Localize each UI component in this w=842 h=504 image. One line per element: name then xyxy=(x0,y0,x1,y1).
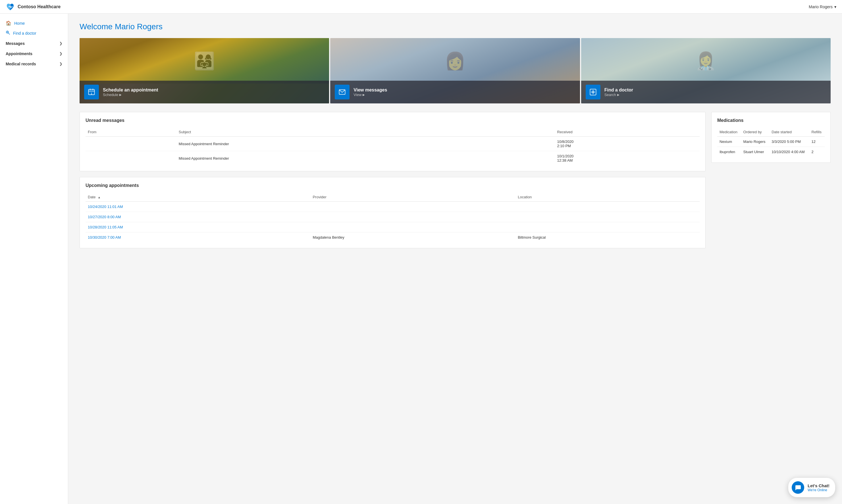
sidebar-appointments-label: Appointments xyxy=(6,51,32,56)
svg-line-1 xyxy=(8,33,10,35)
upcoming-appointments-card: Upcoming appointments Date ▲ Provider Lo… xyxy=(79,177,705,248)
msg-from-2 xyxy=(86,151,177,166)
appt-provider-4: Magdalena Bentley xyxy=(310,232,516,242)
table-row: Missed Appointment Reminder 10/8/20202:1… xyxy=(86,137,700,151)
appt-location-2 xyxy=(516,212,700,222)
col-subject: Subject xyxy=(177,128,555,137)
arrow-icon: ▶ xyxy=(363,93,365,96)
find-doctor-card-title: Find a doctor xyxy=(605,88,633,93)
chat-widget-text: Let's Chat! We're Online xyxy=(808,483,829,492)
appt-provider-1 xyxy=(310,202,516,212)
find-doctor-icon-wrap xyxy=(586,85,601,100)
messages-card-title: View messages xyxy=(354,88,387,93)
sort-icon: ▲ xyxy=(98,196,101,199)
unread-messages-title: Unread messages xyxy=(86,118,700,123)
sidebar-item-messages[interactable]: Messages ❯ xyxy=(0,38,68,49)
sidebar-messages-label: Messages xyxy=(6,41,25,46)
table-row: Nexium Mario Rogers 3/3/2020 5:00 PM 12 xyxy=(717,137,825,147)
msg-from-1 xyxy=(86,137,177,151)
msg-subject-2: Missed Appointment Reminder xyxy=(177,151,555,166)
messages-card[interactable]: 👩 View messages View ▶ xyxy=(330,38,580,103)
col-date-started: Date started xyxy=(769,128,809,137)
arrow-icon: ▶ xyxy=(617,93,620,96)
col-medication: Medication xyxy=(717,128,741,137)
table-row: 10/28/2020 11:05 AM xyxy=(86,222,700,232)
col-date: Date ▲ xyxy=(86,193,310,202)
appt-date-3[interactable]: 10/28/2020 11:05 AM xyxy=(88,225,123,229)
sidebar-item-find-doctor[interactable]: Find a doctor xyxy=(0,28,68,38)
appt-provider-3 xyxy=(310,222,516,232)
main-content: Welcome Mario Rogers 👨‍👩‍👧 xyxy=(68,14,842,504)
appt-location-4: Biltmore Surgical xyxy=(516,232,700,242)
schedule-card[interactable]: 👨‍👩‍👧 1 Schedule an a xyxy=(79,38,329,103)
sidebar-item-medical-records[interactable]: Medical records ❯ xyxy=(0,59,68,69)
msg-subject-1: Missed Appointment Reminder xyxy=(177,137,555,151)
med-ordered-by-2: Stuart Ulmer xyxy=(741,147,770,157)
left-column: Unread messages From Subject Received xyxy=(79,112,705,254)
envelope-icon xyxy=(338,88,346,96)
medications-card: Medications Medication Ordered by Date s… xyxy=(711,112,831,163)
unread-messages-card: Unread messages From Subject Received xyxy=(79,112,705,171)
col-ordered-by: Ordered by xyxy=(741,128,770,137)
schedule-icon-wrap: 1 xyxy=(84,85,99,100)
chat-subtitle: We're Online xyxy=(808,488,829,492)
upcoming-appointments-table: Date ▲ Provider Location 10/24/2020 11:0… xyxy=(86,193,700,242)
upcoming-appointments-title: Upcoming appointments xyxy=(86,183,700,188)
chevron-down-icon: ❯ xyxy=(59,52,62,56)
arrow-icon: ▶ xyxy=(119,93,122,96)
col-from: From xyxy=(86,128,177,137)
home-icon: 🏠 xyxy=(6,20,11,26)
right-column: Medications Medication Ordered by Date s… xyxy=(711,112,831,254)
brand: Contoso Healthcare xyxy=(6,2,60,11)
appt-date-4[interactable]: 10/30/2020 7:00 AM xyxy=(88,235,121,239)
appt-date-2[interactable]: 10/27/2020 8:00 AM xyxy=(88,215,121,219)
user-menu[interactable]: Mario Rogers ▾ xyxy=(809,4,836,9)
table-row: 10/30/2020 7:00 AM Magdalena Bentley Bil… xyxy=(86,232,700,242)
msg-received-2: 10/1/202012:38 AM xyxy=(555,151,700,166)
appt-location-3 xyxy=(516,222,700,232)
unread-messages-table: From Subject Received Missed Appointment… xyxy=(86,128,700,165)
sidebar-medical-records-label: Medical records xyxy=(6,62,36,66)
col-location: Location xyxy=(516,193,700,202)
messages-icon-wrap xyxy=(335,85,350,100)
schedule-card-overlay: 1 Schedule an appointment Schedule ▶ xyxy=(79,81,329,103)
messages-card-overlay: View messages View ▶ xyxy=(330,81,580,103)
col-refills: Refills xyxy=(809,128,825,137)
table-row: Ibuprofen Stuart Ulmer 10/10/2020 4:00 A… xyxy=(717,147,825,157)
appt-location-1 xyxy=(516,202,700,212)
col-received: Received xyxy=(555,128,700,137)
svg-text:1: 1 xyxy=(91,92,92,95)
sidebar-item-home[interactable]: 🏠 Home xyxy=(0,18,68,28)
appt-date-1[interactable]: 10/24/2020 11:01 AM xyxy=(88,204,123,209)
find-doctor-card[interactable]: 👩‍⚕️ Find a doctor Search xyxy=(581,38,831,103)
sidebar-item-appointments[interactable]: Appointments ❯ xyxy=(0,49,68,59)
find-doctor-card-action: Search ▶ xyxy=(605,93,633,97)
welcome-title: Welcome Mario Rogers xyxy=(79,22,831,31)
med-name-2: Ibuprofen xyxy=(717,147,741,157)
medications-table: Medication Ordered by Date started Refil… xyxy=(717,128,825,157)
sidebar: 🏠 Home Find a doctor Messages ❯ Appointm… xyxy=(0,14,68,504)
app-layout: 🏠 Home Find a doctor Messages ❯ Appointm… xyxy=(0,14,842,504)
brand-name: Contoso Healthcare xyxy=(18,4,60,10)
brand-logo xyxy=(6,2,15,11)
schedule-card-title: Schedule an appointment xyxy=(103,88,158,93)
chat-bubble-icon xyxy=(794,484,801,491)
sidebar-find-doctor-label: Find a doctor xyxy=(13,31,36,36)
med-ordered-by-1: Mario Rogers xyxy=(741,137,770,147)
plus-icon xyxy=(589,88,597,96)
schedule-card-action: Schedule ▶ xyxy=(103,93,158,97)
find-doctor-icon xyxy=(6,31,10,36)
feature-cards: 👨‍👩‍👧 1 Schedule an a xyxy=(79,38,831,103)
med-refills-1: 12 xyxy=(809,137,825,147)
find-doctor-card-overlay: Find a doctor Search ▶ xyxy=(581,81,831,103)
col-provider: Provider xyxy=(310,193,516,202)
chat-title: Let's Chat! xyxy=(808,483,829,488)
messages-card-action: View ▶ xyxy=(354,93,387,97)
medications-title: Medications xyxy=(717,118,825,123)
appt-provider-2 xyxy=(310,212,516,222)
calendar-icon: 1 xyxy=(88,88,95,96)
user-dropdown-icon: ▾ xyxy=(834,4,836,9)
med-refills-2: 2 xyxy=(809,147,825,157)
chat-widget[interactable]: Let's Chat! We're Online xyxy=(788,478,835,497)
chevron-down-icon: ❯ xyxy=(59,62,62,66)
